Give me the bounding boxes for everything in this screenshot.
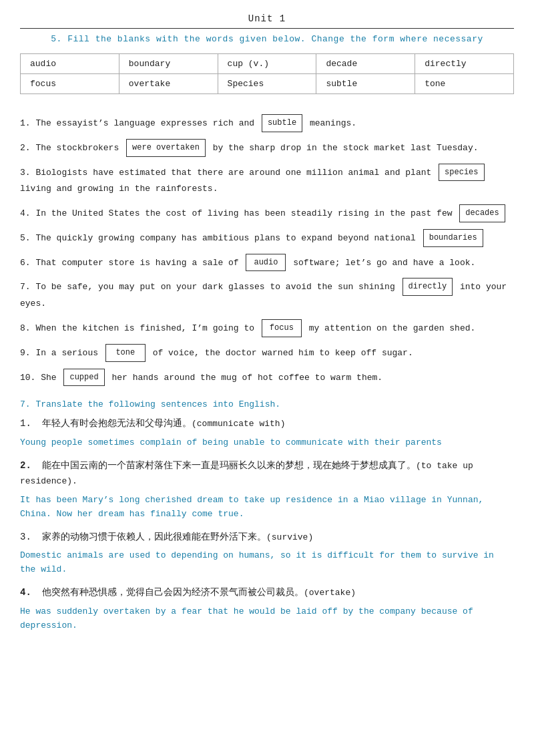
word-cell: audio — [21, 54, 119, 74]
answer-box: subtle — [262, 114, 302, 132]
exercise-line: 10. She cupped her hands around the mug … — [20, 369, 514, 387]
exercise-before-text: In a serious — [35, 348, 103, 358]
exercise-line: 5. The quickly growing company has ambit… — [20, 229, 514, 247]
word-cell: subtle — [316, 74, 415, 94]
exercise-line: 9. In a serious tone of voice, the docto… — [20, 344, 514, 362]
exercise-line: 2. The stockbrokers were overtaken by th… — [20, 139, 514, 157]
translation-chinese: 年轻人有时会抱怨无法和父母沟通。 — [42, 418, 192, 429]
translation-answer: Young people sometimes complain of being… — [20, 436, 514, 450]
answer-box: decades — [459, 204, 505, 222]
divider-top — [20, 28, 514, 29]
exercise-number: 5. — [20, 233, 35, 243]
word-cell: Species — [218, 74, 316, 94]
translation-number: 2. — [20, 460, 31, 471]
word-cell: focus — [21, 74, 119, 94]
exercise-line: 6. That computer store is having a sale … — [20, 254, 514, 272]
exercise-number: 9. — [20, 348, 35, 358]
translation-answer: Domestic animals are used to depending o… — [20, 549, 514, 577]
exercise-before-text: The quickly growing company has ambitiou… — [35, 233, 421, 243]
exercise-before-text: When the kitchen is finished, I’m going … — [35, 323, 259, 333]
translation-cn: 3. 家养的动物习惯于依赖人，因此很难能在野外活下来。(survive) — [20, 530, 514, 546]
translation-number: 3. — [20, 532, 31, 542]
exercise-line: 1. The essayist’s language expresses ric… — [20, 114, 514, 132]
exercises-section: 1. The essayist’s language expresses ric… — [20, 114, 514, 386]
answer-box: tone — [105, 344, 146, 362]
translation-hint: (overtake) — [304, 588, 356, 598]
translation-hint: (communicate with) — [192, 419, 285, 429]
answer-box: boundaries — [423, 229, 483, 247]
word-cell: decade — [316, 54, 415, 74]
answer-box: audio — [246, 254, 286, 272]
exercise-number: 3. — [20, 167, 35, 177]
exercise-line: 7. To be safe, you may put on your dark … — [20, 278, 514, 312]
translation-chinese: 他突然有种恐惧感，觉得自己会因为经济不景气而被公司裁员。 — [42, 587, 304, 598]
exercise-before-text: To be safe, you may put on your dark gla… — [35, 282, 400, 292]
exercise-line: 8. When the kitchen is finished, I’m goi… — [20, 319, 514, 337]
word-cell: tone — [415, 74, 514, 94]
answer-box: focus — [262, 319, 302, 337]
unit-title: Unit 1 — [20, 13, 514, 24]
exercise-before-text: In the United States the cost of living … — [35, 208, 457, 218]
translation-hint: (survive) — [266, 532, 313, 542]
translation-answer: It has been Mary’s long cherished dream … — [20, 494, 514, 522]
answer-box: species — [439, 164, 484, 182]
translation-item: 2. 能在中国云南的一个苗家村落住下来一直是玛丽长久以来的梦想，现在她终于梦想成… — [20, 458, 514, 521]
translation-item: 1. 年轻人有时会抱怨无法和父母沟通。(communicate with)You… — [20, 416, 514, 450]
word-cell: cup (v.) — [218, 54, 316, 74]
translation-cn: 1. 年轻人有时会抱怨无法和父母沟通。(communicate with) — [20, 416, 514, 432]
translation-cn: 2. 能在中国云南的一个苗家村落住下来一直是玛丽长久以来的梦想，现在她终于梦想成… — [20, 458, 514, 490]
translation-number: 1. — [20, 418, 31, 429]
exercise-after-text: by the sharp drop in the stock market la… — [208, 143, 479, 153]
exercise-before-text: She — [41, 372, 61, 382]
exercise-number: 4. — [20, 208, 35, 218]
answer-box: cupped — [63, 369, 104, 387]
word-cell: boundary — [119, 54, 218, 74]
translation-item: 4. 他突然有种恐惧感，觉得自己会因为经济不景气而被公司裁员。(overtake… — [20, 585, 514, 633]
exercise-after-text: of voice, the doctor warned him to keep … — [148, 348, 413, 358]
exercise-before-text: Biologists have estimated that there are… — [35, 167, 437, 177]
exercise-after-text: her hands around the mug of hot coffee t… — [107, 372, 382, 382]
translation-answer: He was suddenly overtaken by a fear that… — [20, 605, 514, 633]
exercise-after-text: meanings. — [304, 118, 356, 128]
exercise-before-text: That computer store is having a sale of — [35, 258, 244, 268]
exercise-number: 6. — [20, 258, 35, 268]
translation-number: 4. — [20, 587, 31, 598]
exercise-number: 7. — [20, 282, 35, 292]
translation-chinese: 能在中国云南的一个苗家村落住下来一直是玛丽长久以来的梦想，现在她终于梦想成真了。 — [42, 460, 416, 471]
word-table: audioboundarycup (v.)decadedirectlyfocus… — [20, 53, 514, 94]
exercise-number: 1. — [20, 118, 35, 128]
translation-item: 3. 家养的动物习惯于依赖人，因此很难能在野外活下来。(survive)Dome… — [20, 530, 514, 578]
translation-cn: 4. 他突然有种恐惧感，觉得自己会因为经济不景气而被公司裁员。(overtake… — [20, 585, 514, 601]
exercise-number: 2. — [20, 143, 35, 153]
exercise-after-text: living and growing in the rainforests. — [20, 184, 218, 194]
exercise-after-text: my attention on the garden shed. — [304, 323, 475, 333]
section7-title: 7. Translate the following sentences int… — [20, 399, 514, 409]
translation-section: 1. 年轻人有时会抱怨无法和父母沟通。(communicate with)You… — [20, 416, 514, 632]
section5-title: 5. Fill the blanks with the words given … — [20, 34, 514, 44]
exercise-after-text: software; let’s go and have a look. — [288, 258, 475, 268]
exercise-before-text: The essayist’s language expresses rich a… — [35, 118, 259, 128]
translation-chinese: 家养的动物习惯于依赖人，因此很难能在野外活下来。 — [42, 532, 266, 542]
exercise-number: 10. — [20, 372, 41, 382]
exercise-before-text: The stockbrokers — [35, 143, 124, 153]
answer-box: directly — [403, 278, 453, 296]
answer-box: were overtaken — [126, 139, 206, 157]
exercise-line: 4. In the United States the cost of livi… — [20, 204, 514, 222]
exercise-line: 3. Biologists have estimated that there … — [20, 164, 514, 198]
word-cell: directly — [415, 54, 514, 74]
word-cell: overtake — [119, 74, 218, 94]
exercise-number: 8. — [20, 323, 35, 333]
